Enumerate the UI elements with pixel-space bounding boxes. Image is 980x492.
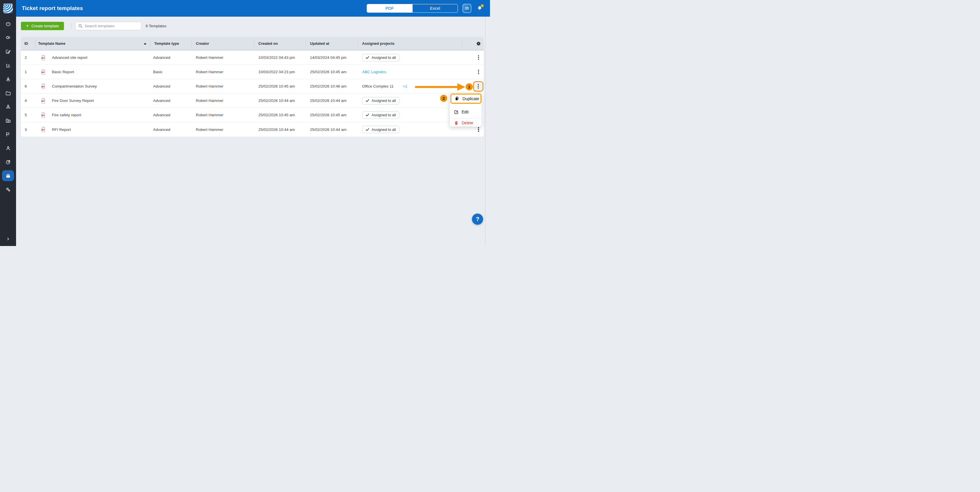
table-row[interactable]: 3 PDF RFI Report Advanced Robert Hammer … [21, 122, 484, 137]
cell-assigned-projects: Assigned to all [358, 122, 462, 137]
cell-actions [462, 51, 484, 65]
planradar-logo[interactable] [3, 3, 13, 13]
assistant-butterfly-icon [464, 6, 469, 11]
cell-template-type: Advanced [150, 79, 191, 93]
assigned-more-link[interactable]: +1 [403, 84, 407, 88]
menu-item-edit[interactable]: Edit [450, 108, 482, 116]
assigned-project-link[interactable]: ABC Logistics [362, 70, 386, 74]
buildings-icon [5, 118, 11, 124]
svg-text:PDF: PDF [41, 101, 44, 102]
cell-created-on: 25/02/2026 10:45 am [254, 79, 305, 93]
sidebar-item-approvals[interactable] [0, 100, 16, 114]
sidebar-item-users[interactable] [0, 141, 16, 155]
assistant-button[interactable] [463, 4, 471, 13]
sidebar-item-statistics[interactable] [0, 59, 16, 72]
cell-id: 2 [21, 51, 35, 65]
row-actions-kebab-button[interactable] [475, 67, 482, 77]
sidebar-item-reports[interactable] [0, 155, 16, 169]
check-icon [366, 99, 369, 102]
create-template-button[interactable]: + Create template [21, 22, 64, 30]
sidebar-item-projects[interactable] [0, 114, 16, 128]
column-header-template-type[interactable]: Template type [150, 37, 191, 50]
table-row[interactable]: 5 PDF Fire safety report Advanced Robert… [21, 108, 484, 122]
annotation-highlight-box [473, 81, 484, 91]
cell-id: 5 [21, 108, 35, 122]
page-title: Ticket report templates [22, 5, 83, 11]
cell-template-type: Advanced [150, 122, 191, 137]
user-icon [5, 145, 11, 151]
settings-gears-icon [5, 187, 11, 193]
notification-dot [481, 4, 484, 7]
sidebar-item-report-templates[interactable] [0, 169, 16, 182]
search-box[interactable] [75, 22, 142, 30]
svg-text:PDF: PDF [41, 58, 44, 59]
cell-template-type: Advanced [150, 108, 191, 122]
annotation-step-2: 2 [440, 95, 447, 102]
check-icon [366, 56, 369, 59]
table-row[interactable]: 6 PDF Compartmentation Survey Advanced R… [21, 79, 484, 94]
tags-icon [5, 35, 11, 41]
sidebar-item-forms[interactable] [0, 45, 16, 59]
assigned-to-all-badge: Assigned to all [362, 54, 399, 61]
sidebar-item-dashboard[interactable] [0, 17, 16, 31]
form-edit-icon [5, 49, 11, 55]
cell-template-name: PDF Fire safety report [35, 108, 150, 122]
column-header-created-on[interactable]: Created on [254, 37, 305, 50]
notifications-button[interactable] [476, 4, 484, 13]
sidebar-item-settings[interactable] [0, 182, 16, 196]
row-actions-context-menu: Duplicate Edit Delete [449, 93, 482, 127]
cell-created-on: 25/02/2026 10:44 am [254, 94, 305, 108]
column-header-updated-at[interactable]: Updated at [305, 37, 358, 50]
svg-text:PDF: PDF [41, 72, 44, 73]
cell-assigned-projects: ABC Logistics [358, 65, 462, 79]
format-option-excel[interactable]: Excel [412, 4, 458, 12]
cell-template-name: PDF Compartmentation Survey [35, 79, 150, 93]
sidebar-item-documents[interactable] [0, 86, 16, 100]
column-settings-button[interactable] [462, 37, 484, 50]
sidebar [0, 0, 16, 246]
collapse-chevron-icon [6, 237, 10, 241]
table-settings-gear-icon [476, 41, 481, 46]
table-row[interactable]: 4 PDF Fire Door Survey Report Advanced R… [21, 94, 484, 108]
table-row[interactable]: 1 PDF Basic Report Basic Robert Hammer 1… [21, 65, 484, 79]
check-icon [366, 113, 369, 117]
table-row[interactable]: 2 PDF Advanced site report Advanced Robe… [21, 51, 484, 65]
cell-id: 1 [21, 65, 35, 79]
cell-assigned-projects: Assigned to all [358, 51, 462, 65]
row-actions-kebab-button[interactable] [475, 81, 482, 91]
help-button[interactable]: ? [472, 214, 483, 225]
search-input[interactable] [84, 24, 138, 28]
sidebar-nav [0, 17, 16, 196]
row-actions-kebab-button[interactable] [475, 53, 482, 62]
sidebar-item-flags[interactable] [0, 128, 16, 141]
sidebar-item-site-contacts[interactable] [0, 72, 16, 86]
cell-created-on: 25/02/2026 10:45 am [254, 108, 305, 122]
menu-item-delete[interactable]: Delete [450, 119, 482, 126]
edit-icon [454, 110, 459, 115]
pie-chart-icon [5, 159, 11, 165]
pdf-file-icon: PDF [41, 126, 46, 132]
sidebar-item-tags[interactable] [0, 31, 16, 45]
column-header-assigned-projects[interactable]: Assigned projects [358, 37, 462, 50]
cell-template-name: PDF Fire Door Survey Report [35, 94, 150, 108]
cell-updated-at: 25/02/2026 10:46 am [305, 79, 358, 93]
cell-id: 3 [21, 122, 35, 137]
trash-icon [454, 121, 459, 125]
cell-id: 4 [21, 94, 35, 108]
column-header-creator[interactable]: Creator [191, 37, 254, 50]
pdf-file-icon: PDF [41, 55, 46, 61]
pdf-file-icon: PDF [41, 83, 46, 89]
topbar-right-controls: PDF Excel [367, 0, 484, 17]
search-icon [78, 24, 83, 28]
cell-updated-at: 25/02/2026 10:45 am [305, 108, 358, 122]
sidebar-collapse-button[interactable] [0, 234, 16, 244]
cell-id: 6 [21, 79, 35, 93]
column-header-id[interactable]: ID [21, 37, 35, 50]
column-header-template-name[interactable]: Template Name [35, 37, 150, 50]
cell-created-on: 10/03/2022 04:43 pm [254, 51, 305, 65]
cell-template-type: Advanced [150, 94, 191, 108]
active-item-highlight [2, 170, 14, 181]
menu-item-duplicate[interactable]: Duplicate [450, 94, 481, 104]
format-option-pdf[interactable]: PDF [367, 4, 412, 12]
flag-icon [5, 131, 11, 137]
